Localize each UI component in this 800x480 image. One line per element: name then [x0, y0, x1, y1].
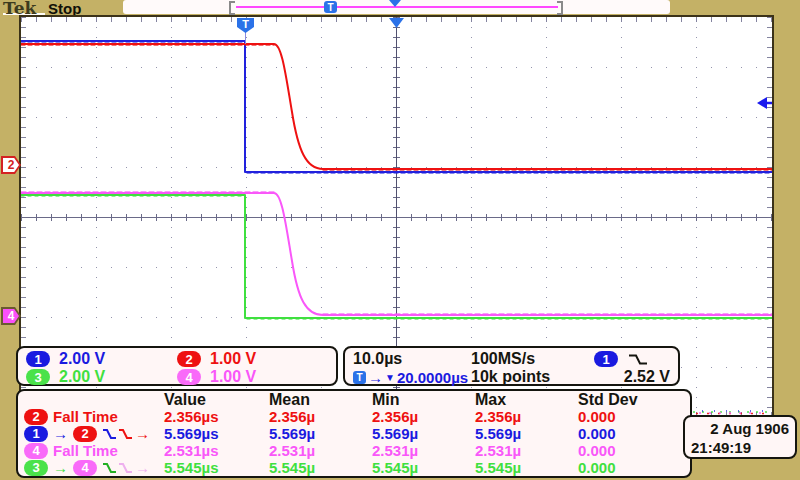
channel-readout-box: 1 2.00 V 2 1.00 V 3 2.00 V 4 1.00 V	[16, 346, 338, 386]
meas-value: 2.531µs	[164, 442, 269, 459]
meas-max: 5.569µ	[475, 425, 578, 442]
meas-min: 5.545µ	[372, 459, 475, 476]
trigger-position-marker[interactable]: T	[324, 1, 337, 13]
col-header-max: Max	[475, 391, 578, 408]
meas-min: 5.569µ	[372, 425, 475, 442]
trigger-t-icon: T	[353, 371, 366, 384]
measurement-row-label[interactable]: 1 → 2 →	[24, 425, 164, 442]
ch2-badge: 2	[177, 351, 201, 367]
arrow-icon: →	[368, 369, 383, 386]
ch2-position-marker[interactable]: 2	[1, 156, 21, 174]
record-length: 10k points	[471, 368, 593, 386]
horizontal-trigger-readout-box: 10.0µs 100MS/s 1 T → ▼ 20.0000µs 10k poi…	[343, 346, 680, 386]
ch4-readout[interactable]: 4 1.00 V	[177, 368, 328, 386]
svg-text:T: T	[242, 18, 249, 30]
ch3-readout[interactable]: 3 2.00 V	[26, 368, 177, 386]
meas-max: 2.356µ	[475, 408, 578, 425]
measurement-row-label[interactable]: 2 Fall Time	[24, 408, 164, 425]
window-bracket-left-icon[interactable]	[229, 1, 235, 15]
ch4-badge: 4	[24, 443, 48, 459]
ch4-badge: 4	[73, 460, 97, 476]
meas-mean: 2.356µ	[269, 408, 372, 425]
date-text: 2 Aug 1906	[691, 419, 789, 438]
arrow-icon: →	[135, 425, 150, 442]
ch3-badge: 3	[24, 460, 48, 476]
falling-edge-icon	[102, 462, 117, 474]
meas-stddev: 0.000	[578, 459, 690, 476]
ch2-scale: 1.00 V	[210, 350, 256, 368]
measurement-row-label[interactable]: 4 Fall Time	[24, 442, 164, 459]
meas-max: 5.545µ	[475, 459, 578, 476]
ch1-readout[interactable]: 1 2.00 V	[26, 350, 177, 368]
measurement-row-label[interactable]: 3 → 4 →	[24, 459, 164, 476]
oscilloscope-screen: Tek Stop T	[0, 0, 800, 480]
falling-edge-icon	[118, 462, 133, 474]
bottom-noise	[693, 411, 769, 414]
ch2-badge: 2	[73, 426, 97, 442]
meas-min: 2.531µ	[372, 442, 475, 459]
measurement-name: Fall Time	[53, 408, 118, 425]
timebase-scale[interactable]: 10.0µs	[353, 350, 471, 368]
falling-edge-icon	[118, 428, 133, 440]
trigger-source-badge[interactable]: 1	[594, 351, 618, 367]
cursor-down-icon: ▼	[385, 372, 395, 383]
col-header-min: Min	[372, 391, 475, 408]
meas-stddev: 0.000	[578, 442, 690, 459]
ch3-badge: 3	[26, 369, 50, 385]
falling-edge-icon	[102, 428, 117, 440]
acquisition-preview-bar[interactable]: T	[123, 0, 670, 14]
measurement-name: Fall Time	[53, 442, 118, 459]
trigger-position-value: 20.0000µs	[397, 369, 468, 386]
meas-stddev: 0.000	[578, 408, 690, 425]
ch1-badge: 1	[26, 351, 50, 367]
trigger-position-readout[interactable]: T → ▼ 20.0000µs	[353, 369, 471, 386]
ch4-position-marker[interactable]: 4	[1, 307, 21, 325]
ch1-scale: 2.00 V	[59, 350, 105, 368]
window-bracket-right-icon[interactable]	[557, 1, 563, 15]
ch4-badge: 4	[177, 369, 201, 385]
measurements-box: Value Mean Min Max Std Dev 2 Fall Time 2…	[16, 389, 692, 478]
arrow-icon: →	[53, 425, 68, 442]
trigger-level[interactable]: 2.52 V	[593, 368, 670, 386]
arrow-icon: →	[53, 459, 68, 476]
arrow-icon: →	[135, 459, 150, 476]
ch4-scale: 1.00 V	[210, 368, 256, 386]
time-text: 21:49:19	[691, 438, 789, 457]
tek-logo: Tek	[3, 0, 45, 15]
datetime-box: 2 Aug 1906 21:49:19	[683, 415, 797, 459]
meas-value: 5.569µs	[164, 425, 269, 442]
ch2-readout[interactable]: 2 1.00 V	[177, 350, 328, 368]
meas-stddev: 0.000	[578, 425, 690, 442]
meas-mean: 5.569µ	[269, 425, 372, 442]
falling-edge-icon	[628, 353, 648, 366]
meas-mean: 5.545µ	[269, 459, 372, 476]
meas-value: 2.356µs	[164, 408, 269, 425]
meas-value: 5.545µs	[164, 459, 269, 476]
sample-rate: 100MS/s	[471, 350, 593, 368]
col-header-stddev: Std Dev	[578, 391, 690, 408]
ch3-scale: 2.00 V	[59, 368, 105, 386]
col-header-mean: Mean	[269, 391, 372, 408]
meas-min: 2.356µ	[372, 408, 475, 425]
meas-mean: 2.531µ	[269, 442, 372, 459]
expansion-point-icon[interactable]	[389, 0, 401, 7]
col-header-value: Value	[164, 391, 269, 408]
ch1-badge: 1	[24, 426, 48, 442]
expansion-point-triangle[interactable]	[389, 18, 404, 28]
ch2-badge: 2	[24, 409, 48, 425]
meas-max: 2.531µ	[475, 442, 578, 459]
